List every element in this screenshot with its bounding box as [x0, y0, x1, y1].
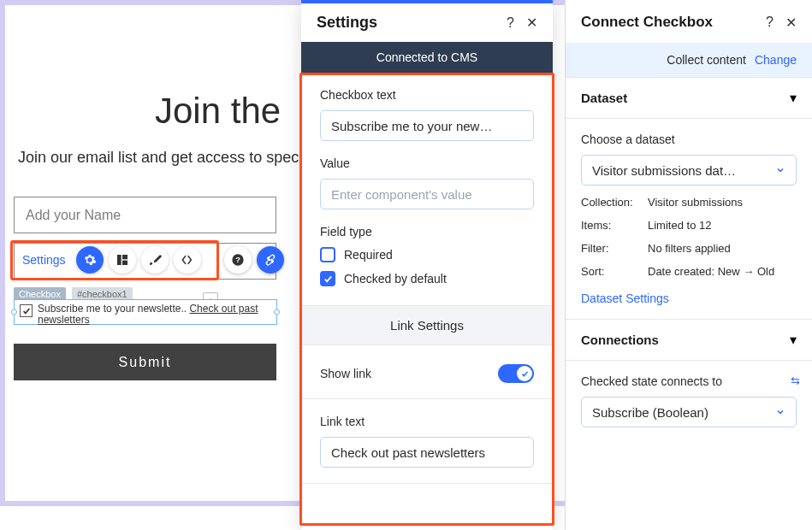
collection-label: Collection: — [581, 196, 648, 209]
checkbox-text-label: Checkbox text — [320, 88, 534, 102]
link-text-input[interactable] — [320, 437, 534, 468]
submit-button[interactable]: Submit — [14, 344, 276, 380]
velo-icon[interactable] — [174, 246, 201, 274]
items-value: Limited to 12 — [648, 219, 711, 232]
choose-dataset-label: Choose a dataset — [581, 132, 797, 146]
settings-button[interactable]: Settings — [17, 248, 71, 272]
filter-value: No filters applied — [648, 242, 731, 255]
connections-section-body: Checked state connects to ⇆ Subscribe (B… — [566, 361, 812, 441]
connect-panel: Connect Checkbox ? ✕ Collect content Cha… — [565, 0, 812, 530]
settings-title: Settings — [317, 14, 377, 32]
chevron-down-icon — [775, 165, 785, 175]
checked-state-label: Checked state connects to — [581, 374, 797, 388]
connections-section-header[interactable]: Connections ▾ — [566, 319, 812, 361]
show-link-label: Show link — [320, 367, 371, 380]
element-toolbar: Settings — [17, 246, 201, 274]
connect-title: Connect Checkbox — [581, 14, 713, 31]
layout-icon[interactable] — [109, 246, 136, 274]
required-label: Required — [344, 248, 393, 262]
checkbox-checked-icon — [320, 271, 335, 286]
connect-data-icon[interactable] — [257, 246, 284, 274]
sort-label: Sort: — [581, 265, 648, 278]
filter-label: Filter: — [581, 242, 648, 255]
chevron-down-icon: ▾ — [790, 90, 797, 106]
brush-icon[interactable] — [141, 246, 169, 274]
checked-default-checkbox[interactable]: Checked by default — [320, 271, 534, 286]
settings-header: Settings ? ✕ — [301, 3, 553, 42]
checkbox-label: Subscribe me to your newslette.. Check o… — [38, 303, 271, 326]
field-type-label: Field type — [320, 225, 534, 238]
link-text-label: Link text — [320, 415, 534, 428]
link-settings-header: Link Settings — [301, 305, 553, 345]
checkbox-box[interactable] — [20, 304, 33, 317]
checkbox-element[interactable]: Subscribe me to your newslette.. Check o… — [14, 299, 277, 325]
page-title: Join the — [155, 91, 281, 132]
change-link[interactable]: Change — [755, 53, 797, 67]
checked-state-value: Subscribe (Boolean) — [592, 405, 708, 420]
value-label: Value — [320, 156, 534, 170]
dataset-settings-link[interactable]: Dataset Settings — [581, 292, 797, 305]
page-subtitle: Join our email list and get access to sp… — [18, 149, 311, 167]
dataset-section-title: Dataset — [581, 91, 627, 105]
svg-rect-1 — [122, 255, 127, 259]
collect-label: Collect content — [667, 53, 746, 67]
cms-banner: Connected to CMS — [301, 42, 553, 73]
sort-value: Date created: New → Old — [648, 265, 774, 278]
connected-icon: ⇆ — [791, 374, 800, 387]
collect-bar: Collect content Change — [566, 43, 812, 77]
dataset-section-header[interactable]: Dataset ▾ — [566, 77, 812, 119]
checkbox-unchecked-icon — [320, 247, 335, 262]
help-icon[interactable]: ? — [507, 15, 514, 31]
toggle-knob — [517, 366, 532, 381]
svg-rect-0 — [117, 255, 122, 265]
help-icon[interactable]: ? — [766, 15, 773, 30]
name-input[interactable]: Add your Name — [14, 197, 276, 233]
connect-header: Connect Checkbox ? ✕ — [566, 0, 812, 43]
dataset-select-value: Visitor submissions dat… — [592, 163, 736, 178]
svg-text:?: ? — [235, 256, 240, 264]
settings-panel: Settings ? ✕ Connected to CMS Checkbox t… — [301, 0, 553, 530]
collection-value: Visitor submissions — [648, 196, 743, 209]
items-label: Items: — [581, 219, 648, 232]
close-icon[interactable]: ✕ — [526, 15, 537, 31]
chevron-down-icon — [775, 407, 785, 417]
help-icon[interactable]: ? — [224, 246, 252, 274]
dataset-section-body: Choose a dataset Visitor submissions dat… — [566, 119, 812, 319]
close-icon[interactable]: ✕ — [785, 15, 797, 31]
checked-state-select[interactable]: Subscribe (Boolean) — [581, 397, 797, 427]
show-link-toggle[interactable] — [498, 364, 534, 383]
svg-rect-2 — [122, 261, 127, 265]
checkbox-text-input[interactable] — [320, 110, 534, 141]
chevron-down-icon: ▾ — [790, 332, 797, 348]
dataset-select[interactable]: Visitor submissions dat… — [581, 155, 797, 186]
checked-default-label: Checked by default — [344, 272, 447, 286]
value-input[interactable] — [320, 179, 534, 209]
connections-section-title: Connections — [581, 333, 659, 347]
gear-icon[interactable] — [76, 246, 104, 274]
required-checkbox[interactable]: Required — [320, 247, 534, 262]
